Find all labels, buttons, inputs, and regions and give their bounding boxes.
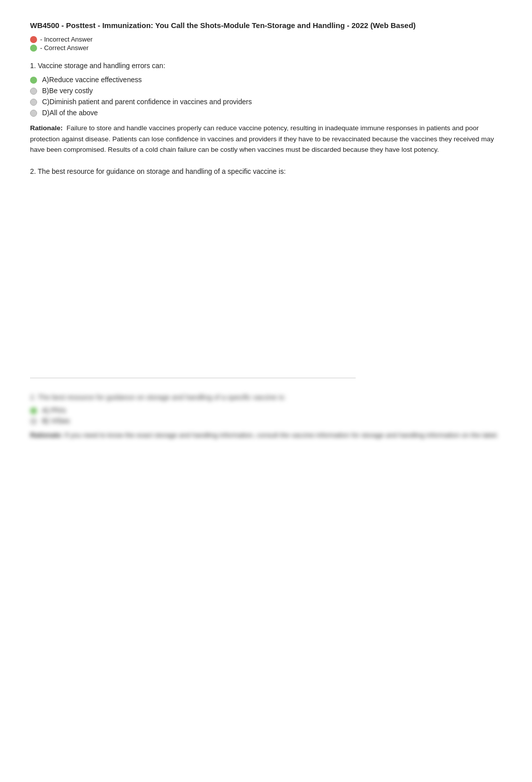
question-2: 2. The best resource for guidance on sto… <box>30 167 502 175</box>
section-divider <box>30 378 356 378</box>
answer-1-B: B)Be very costly <box>30 87 502 95</box>
blurred-answer-b: B) VISes <box>30 417 502 425</box>
answer-1-C: C)Diminish patient and parent confidence… <box>30 98 502 106</box>
legend: - Incorrect Answer - Correct Answer <box>30 36 502 52</box>
answer-1-A-dot <box>30 77 37 84</box>
legend-incorrect: - Incorrect Answer <box>30 36 502 43</box>
incorrect-dot <box>30 36 37 43</box>
answer-1-D-dot <box>30 110 37 117</box>
question-1-text: 1. Vaccine storage and handling errors c… <box>30 62 502 70</box>
correct-dot <box>30 45 37 52</box>
blurred-answer-a-dot <box>30 407 37 414</box>
spacer <box>30 187 502 363</box>
blurred-section: 2. The best resource for guidance on sto… <box>30 393 502 441</box>
rationale-1-text: Failure to store and handle vaccines pro… <box>30 124 494 153</box>
rationale-1: Rationale: Failure to store and handle v… <box>30 123 502 155</box>
answer-1-A: A)Reduce vaccine effectiveness <box>30 76 502 84</box>
blurred-question-text: 2. The best resource for guidance on sto… <box>30 393 502 401</box>
blurred-rationale-text: If you need to know the exact storage an… <box>65 431 498 439</box>
answer-1-D: D)All of the above <box>30 109 502 117</box>
incorrect-label: - Incorrect Answer <box>40 36 93 43</box>
answer-1-B-text: B)Be very costly <box>42 87 93 95</box>
answer-1-D-text: D)All of the above <box>42 109 98 117</box>
blurred-answer-a-text: A) PIVs <box>42 406 66 414</box>
answer-1-A-text: A)Reduce vaccine effectiveness <box>42 76 142 84</box>
blurred-answer-a: A) PIVs <box>30 406 502 414</box>
correct-label: - Correct Answer <box>40 44 89 52</box>
question-1: 1. Vaccine storage and handling errors c… <box>30 62 502 155</box>
legend-correct: - Correct Answer <box>30 44 502 52</box>
blurred-answer-b-text: B) VISes <box>42 417 70 425</box>
page-title: WB4500 - Posttest - Immunization: You Ca… <box>30 20 502 31</box>
answer-1-B-dot <box>30 88 37 95</box>
answer-1-C-dot <box>30 99 37 106</box>
question-2-text: 2. The best resource for guidance on sto… <box>30 167 502 175</box>
answer-1-C-text: C)Diminish patient and parent confidence… <box>42 98 252 106</box>
blurred-answer-b-dot <box>30 418 37 425</box>
blurred-rationale: Rationale: If you need to know the exact… <box>30 430 502 441</box>
